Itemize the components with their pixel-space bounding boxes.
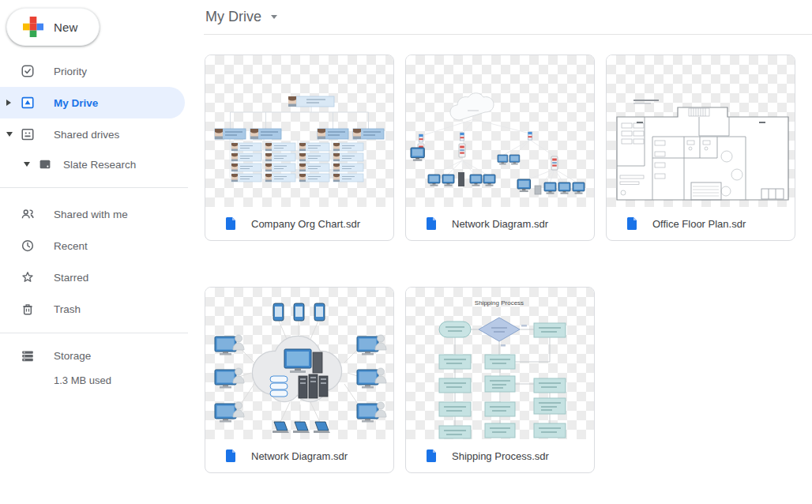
sidebar-item-label: Storage [54,350,91,362]
file-card-footer: Network Diagram.sdr [406,207,594,240]
sidebar-item-label: Slate Research [63,159,136,171]
sidebar-divider [0,187,188,188]
document-icon [427,217,436,230]
sidebar: New Priority My Drive [0,0,204,504]
floor-plan-thumbnail [607,55,795,207]
file-card-footer: Network Diagram.sdr [205,439,393,472]
priority-icon [21,64,35,78]
file-card[interactable]: Network Diagram.sdr [205,287,394,473]
recent-icon [21,239,35,253]
shared-with-me-icon [21,207,35,221]
file-card[interactable]: Network Diagram.sdr [405,55,595,241]
main-content: My Drive [204,0,812,504]
chevron-down-icon[interactable] [6,132,21,137]
sidebar-item-label: Starred [54,272,88,284]
chevron-right-icon[interactable] [6,100,21,106]
sidebar-divider [0,333,188,333]
org-chart-thumbnail [205,55,393,207]
sidebar-item-slate-research[interactable]: Slate Research [0,150,204,179]
storage-usage-text: 1.3 MB used [0,374,204,386]
sidebar-item-recent[interactable]: Recent [0,230,204,261]
file-card-footer: Company Org Chart.sdr [205,207,393,240]
shared-drive-icon [38,157,52,171]
storage-icon [21,348,35,363]
network-tree-thumbnail [406,55,594,207]
chevron-down-icon[interactable] [24,162,38,167]
sidebar-item-label: My Drive [54,97,98,109]
document-icon [627,217,637,230]
file-name: Network Diagram.sdr [452,218,548,230]
file-card-footer: Office Floor Plan.sdr [607,207,795,240]
new-button[interactable]: New [6,8,100,46]
document-icon [427,449,436,462]
sidebar-item-label: Shared drives [54,129,119,141]
sidebar-nav: Priority My Drive Shar [0,55,204,386]
sidebar-item-label: Priority [54,66,87,77]
document-icon [226,449,235,462]
sidebar-item-shared-with-me[interactable]: Shared with me [0,198,204,230]
sidebar-item-trash[interactable]: Trash [0,293,204,325]
sidebar-item-my-drive[interactable]: My Drive [0,87,185,118]
sidebar-item-label: Shared with me [54,209,128,220]
starred-icon [21,270,35,284]
page-title[interactable]: My Drive [205,9,261,25]
my-drive-icon [21,96,35,110]
sidebar-item-label: Trash [54,303,81,315]
shared-drives-icon [21,127,35,141]
file-card-footer: Shipping Process.sdr [406,439,594,472]
file-name: Office Floor Plan.sdr [652,218,746,230]
file-name: Shipping Process.sdr [452,450,549,462]
trash-icon [21,302,35,316]
sidebar-item-priority[interactable]: Priority [0,55,204,87]
flowchart-title: Shipping Process [475,299,524,307]
file-card[interactable]: Company Org Chart.sdr [205,55,394,241]
document-icon [226,217,235,230]
file-card[interactable]: Office Floor Plan.sdr [606,55,795,241]
chevron-down-icon[interactable] [271,15,277,19]
sidebar-item-starred[interactable]: Starred [0,261,204,293]
main-header: My Drive [204,0,812,35]
file-name: Company Org Chart.sdr [251,218,360,230]
google-plus-icon [23,17,43,37]
sidebar-item-label: Recent [54,240,88,252]
sidebar-item-storage[interactable]: Storage [0,340,204,371]
cloud-network-thumbnail [205,288,393,439]
file-card[interactable]: Shipping Process [405,287,595,473]
flowchart-thumbnail: Shipping Process [406,288,594,439]
sidebar-item-shared-drives[interactable]: Shared drives [0,118,204,150]
new-button-label: New [54,21,78,34]
file-grid: Company Org Chart.sdr [205,55,795,473]
file-name: Network Diagram.sdr [251,450,348,462]
